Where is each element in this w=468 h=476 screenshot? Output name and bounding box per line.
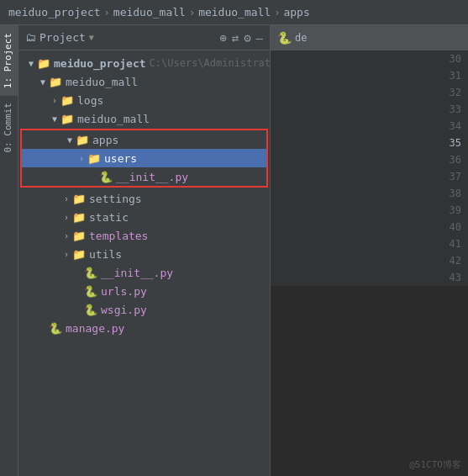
tree-label-urls: urls.py xyxy=(101,285,147,298)
arrow-templates: › xyxy=(60,231,72,241)
editor-area: 🐍 de 30 31 32 33 34 35 36 37 38 39 40 41… xyxy=(271,25,468,476)
tree-item-urls[interactable]: 🐍 urls.py xyxy=(18,282,270,300)
breadcrumb-sep-2: › xyxy=(189,7,195,19)
highlighted-box: ▼ 📁 apps › 📁 users 🐍 __init__.py xyxy=(20,129,268,188)
folder-icon-templates: 📁 xyxy=(72,230,86,242)
tree-item-templates[interactable]: › 📁 templates xyxy=(18,226,270,245)
breadcrumb-item-3[interactable]: meiduo_mall xyxy=(198,6,271,19)
py-icon-apps-init: 🐍 xyxy=(99,171,113,183)
arrow-logs: › xyxy=(49,96,60,105)
tree-label-meiduo-mall: meiduo_mall xyxy=(66,76,138,88)
tree-label-apps-init: __init__.py xyxy=(116,171,188,183)
sidebar-tab-project[interactable]: 1: Project xyxy=(0,25,18,95)
line-num-34: 34 xyxy=(271,118,468,135)
panel-minimize-icon[interactable]: — xyxy=(256,31,263,45)
python-icon: 🐍 xyxy=(277,31,292,45)
line-num-31: 31 xyxy=(271,67,468,84)
tree-item-logs[interactable]: › 📁 logs xyxy=(18,91,270,109)
arrow-meiduo-mall: ▼ xyxy=(37,77,49,87)
folder-icon-meiduo-mall: 📁 xyxy=(49,76,62,88)
py-icon-urls: 🐍 xyxy=(84,285,97,298)
tree-item-manage[interactable]: 🐍 manage.py xyxy=(18,319,270,337)
tree-label-logs: logs xyxy=(77,94,103,107)
folder-icon-users: 📁 xyxy=(87,152,101,165)
tree-item-utils[interactable]: › 📁 utils xyxy=(18,245,270,263)
tree-item-meiduo-mall[interactable]: ▼ 📁 meiduo_mall xyxy=(18,72,270,91)
side-tabs: 1: Project 0: Commit xyxy=(0,25,18,476)
tree-label-root: meiduo_project xyxy=(54,57,146,70)
line-num-30: 30 xyxy=(271,50,468,67)
line-num-37: 37 xyxy=(271,168,468,185)
panel-title-label: Project xyxy=(39,31,86,44)
folder-icon-settings: 📁 xyxy=(72,193,86,205)
arrow-users: › xyxy=(76,154,87,163)
folder-icon-meiduo-mall-inner: 📁 xyxy=(60,113,74,125)
arrow-settings: › xyxy=(60,194,72,204)
breadcrumb-item-1[interactable]: meiduo_project xyxy=(8,6,101,19)
arrow-static: › xyxy=(60,213,72,222)
arrow-meiduo-mall-inner: ▼ xyxy=(49,114,60,124)
arrow-apps: ▼ xyxy=(64,135,76,145)
file-tree: ▼ 📁 meiduo_project C:\Users\Administrato… xyxy=(18,50,270,476)
tree-label-static: static xyxy=(89,211,129,224)
folder-icon-root: 📁 xyxy=(37,57,50,70)
breadcrumb-item-4[interactable]: apps xyxy=(283,6,309,19)
tree-label-apps: apps xyxy=(92,134,118,146)
panel-settings-icon[interactable]: ⚙ xyxy=(244,31,250,45)
arrow-root: ▼ xyxy=(25,59,37,68)
panel-collapse-icon[interactable]: ⇄ xyxy=(232,31,239,45)
py-icon-manage: 🐍 xyxy=(49,322,62,335)
tree-item-settings[interactable]: › 📁 settings xyxy=(18,189,270,208)
tree-item-apps[interactable]: ▼ 📁 apps xyxy=(22,130,266,149)
panel-icons: ⊕ ⇄ ⚙ — xyxy=(219,31,263,45)
breadcrumb-item-2[interactable]: meiduo_mall xyxy=(113,6,186,19)
line-num-40: 40 xyxy=(271,219,468,235)
tree-label-meiduo-mall-inner: meiduo_mall xyxy=(77,113,150,125)
de-tab[interactable]: 🐍 de xyxy=(271,25,468,50)
breadcrumb-sep-3: › xyxy=(274,7,280,19)
line-num-32: 32 xyxy=(271,84,468,101)
arrow-utils: › xyxy=(60,250,72,259)
breadcrumb-bar: meiduo_project › meiduo_mall › meiduo_ma… xyxy=(0,0,468,25)
tree-label-settings: settings xyxy=(89,193,142,205)
tree-label-users: users xyxy=(104,152,137,165)
folder-icon-static: 📁 xyxy=(72,211,86,224)
tree-label-wsgi: wsgi.py xyxy=(101,304,147,316)
line-num-39: 39 xyxy=(271,202,468,219)
py-icon-init: 🐍 xyxy=(84,267,97,279)
panel-title: 🗂 Project ▼ xyxy=(25,31,214,44)
tree-item-meiduo-mall-inner[interactable]: ▼ 📁 meiduo_mall xyxy=(18,109,270,128)
line-num-35: 35 xyxy=(271,135,468,151)
tree-label-manage: manage.py xyxy=(66,322,124,335)
line-num-36: 36 xyxy=(271,151,468,168)
panel-folder-icon: 🗂 xyxy=(25,31,36,44)
de-tab-label: de xyxy=(295,32,307,44)
folder-icon-logs: 📁 xyxy=(60,94,74,107)
line-num-33: 33 xyxy=(271,101,468,118)
tree-item-static[interactable]: › 📁 static xyxy=(18,208,270,226)
tree-item-wsgi[interactable]: 🐍 wsgi.py xyxy=(18,300,270,319)
tree-label-templates: templates xyxy=(89,230,148,242)
panel-header: 🗂 Project ▼ ⊕ ⇄ ⚙ — xyxy=(18,25,270,50)
tree-item-root[interactable]: ▼ 📁 meiduo_project C:\Users\Administrato… xyxy=(18,54,270,72)
line-num-38: 38 xyxy=(271,185,468,202)
sidebar-tab-commit[interactable]: 0: Commit xyxy=(0,95,18,160)
folder-icon-apps: 📁 xyxy=(76,134,89,146)
panel-dropdown-icon: ▼ xyxy=(89,33,94,42)
py-icon-wsgi: 🐍 xyxy=(84,304,97,316)
tree-item-users[interactable]: › 📁 users xyxy=(22,149,266,167)
line-num-41: 41 xyxy=(271,235,468,252)
tree-item-apps-init[interactable]: 🐍 __init__.py xyxy=(22,167,266,186)
main-layout: 1: Project 0: Commit 🗂 Project ▼ ⊕ ⇄ ⚙ —… xyxy=(0,25,468,476)
line-num-42: 42 xyxy=(271,252,468,269)
tree-path-root: C:\Users\Administrator\ xyxy=(150,57,270,69)
panel-add-icon[interactable]: ⊕ xyxy=(219,31,226,45)
breadcrumb-sep-1: › xyxy=(104,7,110,19)
tree-label-init: __init__.py xyxy=(101,267,173,279)
watermark: @51CTO博客 xyxy=(409,458,461,471)
tree-label-utils: utils xyxy=(89,248,122,261)
project-panel: 🗂 Project ▼ ⊕ ⇄ ⚙ — ▼ 📁 meiduo_project C… xyxy=(18,25,271,476)
tree-item-init[interactable]: 🐍 __init__.py xyxy=(18,263,270,282)
line-num-43: 43 xyxy=(271,269,468,286)
line-numbers-panel: 30 31 32 33 34 35 36 37 38 39 40 41 42 4… xyxy=(271,50,468,286)
